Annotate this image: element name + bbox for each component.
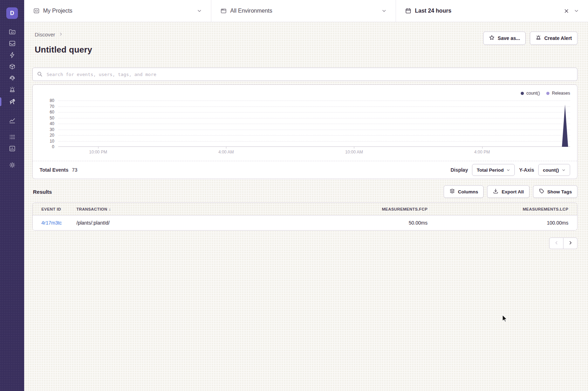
siren-icon xyxy=(535,35,541,42)
column-header-measurements-fcp[interactable]: MEASUREMENTS.FCP xyxy=(293,207,428,211)
table-body: 4r17m3tc/plants/:plantId/50.00ms100.00ms xyxy=(33,215,577,230)
sidebar-item-stats[interactable] xyxy=(0,143,24,155)
sidebar: D xyxy=(0,0,24,391)
create-alert-button[interactable]: Create Alert xyxy=(530,32,577,45)
chevron-down-icon[interactable] xyxy=(574,8,579,13)
y-axis-tick-label: 10 xyxy=(40,139,54,144)
x-axis-tick-mark xyxy=(226,147,226,149)
page-header: Discover Untitled query Save as... Creat… xyxy=(32,32,577,55)
column-header-transaction[interactable]: TRANSACTION↓ xyxy=(76,207,287,212)
lightning-icon xyxy=(9,52,16,60)
next-page-button[interactable] xyxy=(563,238,577,249)
sort-desc-icon: ↓ xyxy=(109,207,111,212)
legend-dot-icon xyxy=(546,92,549,95)
date-range-filter[interactable]: Last 24 hours xyxy=(396,0,588,22)
measurements-fcp-cell: 50.00ms xyxy=(293,220,428,226)
y-axis-tick-label: 0 xyxy=(40,144,54,149)
y-axis-tick-label: 50 xyxy=(40,116,54,121)
sidebar-item-monitors[interactable] xyxy=(0,132,24,143)
x-axis-tick-label: 10:00 PM xyxy=(89,150,107,155)
siren-icon xyxy=(9,86,16,95)
chevron-down-icon xyxy=(506,168,510,172)
sidebar-nav xyxy=(0,27,24,171)
y-axis-tick-label: 30 xyxy=(40,127,54,132)
chart-plot: 8070605040302010010:00 PM4:00 AM10:00 AM… xyxy=(58,101,570,147)
x-axis-tick-label: 10:00 AM xyxy=(345,150,363,155)
export-all-button[interactable]: Export All xyxy=(487,185,529,198)
sidebar-item-discover[interactable] xyxy=(0,96,24,108)
environment-filter[interactable]: All Environments xyxy=(211,0,396,22)
page-title: Untitled query xyxy=(35,45,92,55)
x-axis-tick-label: 4:00 AM xyxy=(218,150,234,155)
y-axis-tick-label: 60 xyxy=(40,110,54,115)
tag-icon xyxy=(539,188,545,195)
x-axis-tick-mark xyxy=(482,147,483,149)
column-header-measurements-lcp[interactable]: MEASUREMENTS.LCP xyxy=(434,207,568,211)
display-select[interactable]: Total Period xyxy=(472,164,515,176)
sidebar-item-dashboards[interactable] xyxy=(0,115,24,127)
sidebar-item-issues[interactable] xyxy=(0,38,24,50)
x-axis-tick-mark xyxy=(98,147,98,149)
download-icon xyxy=(493,188,499,195)
y-axis-tick-label: 70 xyxy=(40,104,54,109)
save-as-button[interactable]: Save as... xyxy=(483,32,526,45)
top-filter-bar: My Projects All Environments Last 24 hou… xyxy=(24,0,588,22)
bar-chart-icon xyxy=(9,145,16,153)
layers-icon xyxy=(449,188,455,195)
active-indicator xyxy=(0,97,1,106)
line-chart-icon xyxy=(9,117,16,125)
sidebar-item-user-feedback[interactable] xyxy=(0,73,24,84)
telescope-icon xyxy=(9,98,16,106)
y-axis-tick-label: 20 xyxy=(40,133,54,138)
main-content: Discover Untitled query Save as... Creat… xyxy=(24,22,588,391)
sidebar-item-releases[interactable] xyxy=(0,61,24,73)
legend-item-Releases[interactable]: Releases xyxy=(546,91,570,96)
search-icon xyxy=(37,71,43,78)
y-axis-select[interactable]: count() xyxy=(538,164,570,176)
chevron-left-icon xyxy=(554,240,559,247)
chevron-down-icon xyxy=(382,8,387,13)
sidebar-item-performance[interactable] xyxy=(0,50,24,61)
calendar-icon xyxy=(405,8,411,14)
table-row: 4r17m3tc/plants/:plantId/50.00ms100.00ms xyxy=(33,215,577,230)
event-id-link[interactable]: 4r17m3tc xyxy=(41,220,62,226)
chart-panel: count()Releases 8070605040302010010:00 P… xyxy=(32,84,577,179)
columns-button[interactable]: Columns xyxy=(444,185,484,198)
table-header-row: EVENT IDTRANSACTION↓MEASUREMENTS.FCPMEAS… xyxy=(33,203,577,215)
breadcrumb: Discover xyxy=(35,32,92,37)
chevron-right-icon xyxy=(568,240,573,247)
environment-filter-label: All Environments xyxy=(230,8,272,14)
chevron-down-icon xyxy=(197,8,202,13)
chevron-right-icon xyxy=(59,32,63,37)
gear-icon xyxy=(9,162,16,170)
legend-item-count[interactable]: count() xyxy=(521,91,540,96)
clear-date-filter-icon[interactable] xyxy=(564,8,569,14)
chart-legend: count()Releases xyxy=(40,90,570,96)
projects-icon xyxy=(33,8,40,14)
total-events-label: Total Events xyxy=(40,167,68,173)
show-tags-button[interactable]: Show Tags xyxy=(533,185,577,198)
headset-icon xyxy=(9,75,16,83)
breadcrumb-discover[interactable]: Discover xyxy=(35,32,55,37)
pagination xyxy=(32,238,577,249)
issues-icon xyxy=(9,40,16,48)
count-series-spike xyxy=(58,101,570,147)
chevron-down-icon xyxy=(562,168,566,172)
previous-page-button[interactable] xyxy=(549,238,563,249)
column-header-event-id[interactable]: EVENT ID xyxy=(41,207,70,211)
org-avatar[interactable]: D xyxy=(6,7,18,19)
date-range-label: Last 24 hours xyxy=(415,8,451,14)
x-axis-tick-mark xyxy=(354,147,354,149)
project-filter-label: My Projects xyxy=(43,8,73,14)
window-icon xyxy=(220,8,227,14)
search-input[interactable] xyxy=(32,68,577,81)
results-title: Results xyxy=(32,189,52,195)
display-label: Display xyxy=(451,167,468,173)
sidebar-item-alerts[interactable] xyxy=(0,84,24,96)
sidebar-item-settings[interactable] xyxy=(0,160,24,171)
sidebar-item-projects[interactable] xyxy=(0,27,24,38)
chart-footer: Total Events 73 Display Total Period Y-A… xyxy=(33,161,577,179)
list-icon xyxy=(9,133,16,142)
project-filter[interactable]: My Projects xyxy=(24,0,211,22)
x-axis-tick-label: 4:00 PM xyxy=(474,150,490,155)
